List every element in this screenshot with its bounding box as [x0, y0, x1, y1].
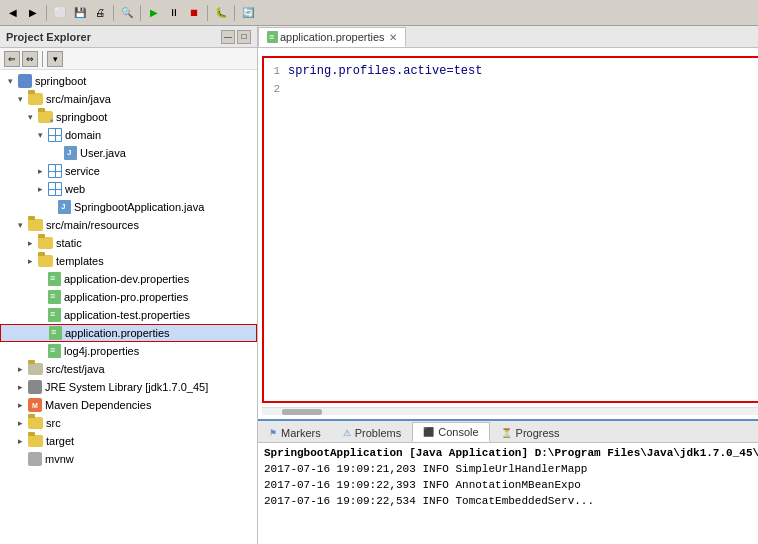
editor-content-area[interactable]: 1 spring.profiles.active=test 2: [262, 56, 758, 403]
tree-label: src/main/java: [46, 93, 111, 105]
tree-item-springboot-app[interactable]: SpringbootApplication.java: [0, 198, 257, 216]
folder-icon: [38, 237, 53, 249]
close-icon[interactable]: ✕: [389, 32, 397, 43]
tree-item-log4j[interactable]: log4j.properties: [0, 342, 257, 360]
expand-arrow[interactable]: [38, 184, 48, 194]
expand-arrow[interactable]: [38, 166, 48, 176]
properties-icon: [48, 272, 61, 286]
tab-progress[interactable]: ⏳ Progress: [490, 422, 571, 442]
expand-arrow[interactable]: [8, 76, 18, 86]
toolbar-btn-refresh[interactable]: 🔄: [239, 4, 257, 22]
tree-label: User.java: [80, 147, 126, 159]
panel-maximize-btn[interactable]: □: [237, 30, 251, 44]
tab-progress-label: Progress: [516, 427, 560, 439]
collapse-all-btn[interactable]: ⇐: [4, 51, 20, 67]
bottom-tabs: ⚑ Markers ⚠ Problems ⬛ Console ⏳ Progres…: [258, 421, 758, 443]
toolbar-btn-pause[interactable]: ⏸: [165, 4, 183, 22]
tree-label: application-test.properties: [64, 309, 190, 321]
tree-label: static: [56, 237, 82, 249]
toolbar-btn-search[interactable]: 🔍: [118, 4, 136, 22]
editor-hscrollbar[interactable]: [262, 407, 758, 415]
panel-header: Project Explorer — □: [0, 26, 257, 48]
expand-arrow[interactable]: [18, 220, 28, 230]
line-content-1: spring.profiles.active=test: [288, 64, 482, 78]
toolbar-btn-back[interactable]: ◀: [4, 4, 22, 22]
tree-label: target: [46, 435, 74, 447]
tree-item-jre[interactable]: JRE System Library [jdk1.7.0_45]: [0, 378, 257, 396]
tree-label: web: [65, 183, 85, 195]
tree-item-templates[interactable]: templates: [0, 252, 257, 270]
tree-item-src-main-resources[interactable]: src/main/resources: [0, 216, 257, 234]
tab-label: application.properties: [280, 31, 385, 43]
expand-arrow[interactable]: [18, 94, 28, 104]
toolbar-btn-debug[interactable]: 🐛: [212, 4, 230, 22]
expand-arrow[interactable]: [18, 400, 28, 410]
expand-arrow[interactable]: [28, 112, 38, 122]
src-folder-icon: [28, 219, 43, 231]
tree-item-src-test-java[interactable]: src/test/java: [0, 360, 257, 378]
editor-tab-app-props[interactable]: application.properties ✕: [258, 27, 406, 47]
tree-label: application.properties: [65, 327, 170, 339]
toolbar-btn-new[interactable]: ⬜: [51, 4, 69, 22]
toolbar-btn-print[interactable]: 🖨: [91, 4, 109, 22]
src-folder-icon: [28, 363, 43, 375]
panel-controls: — □: [221, 30, 251, 44]
tree-item-mvnw[interactable]: mvnw: [0, 450, 257, 468]
tree-label: springboot: [56, 111, 107, 123]
tab-markers[interactable]: ⚑ Markers: [258, 422, 332, 442]
expand-arrow[interactable]: [18, 364, 28, 374]
hscroll-thumb[interactable]: [282, 409, 322, 415]
console-tab-icon: ⬛: [423, 427, 434, 437]
tree-item-static[interactable]: static: [0, 234, 257, 252]
tree-item-domain[interactable]: domain: [0, 126, 257, 144]
file-tree: springboot src/main/java springboot: [0, 70, 257, 544]
expand-arrow[interactable]: [38, 130, 48, 140]
properties-icon: [48, 344, 61, 358]
toolbar-btn-stop[interactable]: ⏹: [185, 4, 203, 22]
expand-arrow[interactable]: [18, 418, 28, 428]
web-icon: [48, 182, 62, 196]
panel-title: Project Explorer: [6, 31, 91, 43]
toolbar-btn-save[interactable]: 💾: [71, 4, 89, 22]
tree-label: log4j.properties: [64, 345, 139, 357]
tree-item-user-java[interactable]: User.java: [0, 144, 257, 162]
view-menu-btn[interactable]: ▾: [47, 51, 63, 67]
tree-item-service[interactable]: service: [0, 162, 257, 180]
toolbar-btn-run[interactable]: ▶: [145, 4, 163, 22]
console-line-1: SpringbootApplication [Java Application]…: [264, 445, 758, 461]
panel-toolbar: ⇐ ⇔ ▾: [0, 48, 257, 70]
tab-console[interactable]: ⬛ Console: [412, 422, 489, 442]
tree-item-app-test[interactable]: application-test.properties: [0, 306, 257, 324]
service-icon: [48, 164, 62, 178]
tree-item-app-dev[interactable]: application-dev.properties: [0, 270, 257, 288]
tree-item-target[interactable]: target: [0, 432, 257, 450]
tree-item-maven-deps[interactable]: M Maven Dependencies: [0, 396, 257, 414]
tree-item-web[interactable]: web: [0, 180, 257, 198]
expand-arrow[interactable]: [28, 256, 38, 266]
properties-icon: [49, 326, 62, 340]
tree-label: mvnw: [45, 453, 74, 465]
tree-item-src-main-java[interactable]: src/main/java: [0, 90, 257, 108]
tree-label: Maven Dependencies: [45, 399, 151, 411]
project-explorer-panel: Project Explorer — □ ⇐ ⇔ ▾ springboot: [0, 26, 258, 544]
tab-console-label: Console: [438, 426, 478, 438]
link-editor-btn[interactable]: ⇔: [22, 51, 38, 67]
panel-minimize-btn[interactable]: —: [221, 30, 235, 44]
tree-item-springboot-pkg[interactable]: springboot: [0, 108, 257, 126]
editor-line-1: 1 spring.profiles.active=test: [268, 62, 758, 80]
expand-arrow[interactable]: [18, 436, 28, 446]
tab-problems[interactable]: ⚠ Problems: [332, 422, 412, 442]
toolbar-btn-forward[interactable]: ▶: [24, 4, 42, 22]
progress-tab-icon: ⏳: [501, 428, 512, 438]
markers-tab-icon: ⚑: [269, 428, 277, 438]
tree-item-springboot[interactable]: springboot: [0, 72, 257, 90]
tree-label: springboot: [35, 75, 86, 87]
tab-file-icon: [267, 31, 278, 43]
tree-item-app-props[interactable]: application.properties: [0, 324, 257, 342]
tree-label: src: [46, 417, 61, 429]
expand-arrow[interactable]: [18, 382, 28, 392]
tab-problems-label: Problems: [355, 427, 401, 439]
tree-item-src[interactable]: src: [0, 414, 257, 432]
tree-item-app-pro[interactable]: application-pro.properties: [0, 288, 257, 306]
expand-arrow[interactable]: [28, 238, 38, 248]
